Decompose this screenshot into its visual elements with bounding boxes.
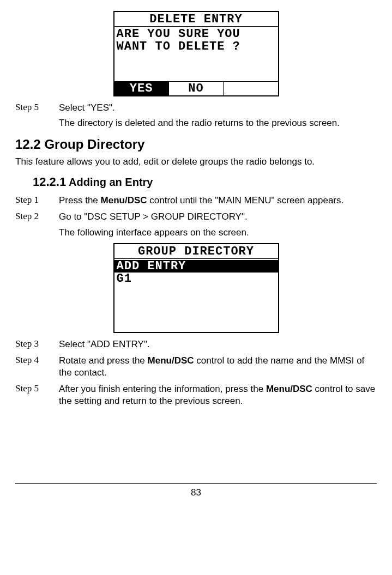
lcd-softkeys: YES NO xyxy=(114,81,278,95)
lcd-line: ARE YOU SURE YOU xyxy=(117,28,276,40)
step-text: Go to "DSC SETUP > GROUP DIRECTORY". The… xyxy=(59,211,249,238)
step-row: Step 5 Select "YES". The directory is de… xyxy=(15,102,377,129)
subsection-heading: 12.2.1 Adding an Entry xyxy=(33,175,377,189)
step-label: Step 4 xyxy=(15,355,59,379)
step-text-line: Go to "DSC SETUP > GROUP DIRECTORY". xyxy=(59,211,249,223)
step-text-line: The directory is deleted and the radio r… xyxy=(59,117,340,129)
step-text: After you finish entering the informatio… xyxy=(59,383,377,407)
softkey-no: NO xyxy=(169,82,224,95)
text-fragment: After you finish entering the informatio… xyxy=(59,384,266,394)
bold-term: Menu/DSC xyxy=(148,355,194,366)
lcd-line: G1 xyxy=(117,273,276,285)
step-text: Rotate and press the Menu/DSC control to… xyxy=(59,355,377,379)
step-row: Step 4 Rotate and press the Menu/DSC con… xyxy=(15,355,377,379)
section-description: This feature allows you to add, edit or … xyxy=(15,156,377,167)
text-fragment: Press the xyxy=(59,195,101,205)
step-row: Step 1 Press the Menu/DSC control until … xyxy=(15,195,377,207)
step-label: Step 5 xyxy=(15,102,59,129)
lcd-title: DELETE ENTRY xyxy=(114,12,278,27)
lcd-screen: GROUP DIRECTORY ADD ENTRY G1 xyxy=(113,243,279,333)
page-footer: 83 xyxy=(15,483,377,498)
lcd-body: ARE YOU SURE YOU WANT TO DELETE ? xyxy=(114,27,278,81)
lcd-body: ADD ENTRY G1 xyxy=(114,259,278,332)
step-label: Step 5 xyxy=(15,383,59,407)
step-row: Step 5 After you finish entering the inf… xyxy=(15,383,377,407)
page-number: 83 xyxy=(191,487,201,498)
step-text: Select "YES". The directory is deleted a… xyxy=(59,102,340,129)
subsection-number: 12.2.1 xyxy=(33,175,66,189)
lcd-line-selected: ADD ENTRY xyxy=(114,260,278,273)
softkey-blank xyxy=(224,82,278,95)
step-text: Press the Menu/DSC control until the "MA… xyxy=(59,195,343,207)
text-fragment: Rotate and press the xyxy=(59,355,148,366)
step-text-line: Select "YES". xyxy=(59,102,340,114)
lcd-screen: DELETE ENTRY ARE YOU SURE YOU WANT TO DE… xyxy=(113,11,279,96)
step-label: Step 1 xyxy=(15,195,59,207)
softkey-yes: YES xyxy=(114,82,169,95)
step-label: Step 3 xyxy=(15,338,59,350)
lcd-figure-delete-entry: DELETE ENTRY ARE YOU SURE YOU WANT TO DE… xyxy=(15,11,377,96)
lcd-line: WANT TO DELETE ? xyxy=(117,40,276,53)
bold-term: Menu/DSC xyxy=(101,195,147,205)
section-heading: 12.2 Group Directory xyxy=(15,137,377,152)
step-row: Step 3 Select "ADD ENTRY". xyxy=(15,338,377,350)
step-row: Step 2 Go to "DSC SETUP > GROUP DIRECTOR… xyxy=(15,211,377,238)
lcd-title: GROUP DIRECTORY xyxy=(114,244,278,259)
step-text: Select "ADD ENTRY". xyxy=(59,338,150,350)
text-fragment: control until the "MAIN MENU" screen app… xyxy=(147,195,344,205)
step-text-line: The following interface appears on the s… xyxy=(59,227,249,239)
lcd-figure-group-directory: GROUP DIRECTORY ADD ENTRY G1 xyxy=(15,243,377,333)
subsection-title: Adding an Entry xyxy=(69,176,153,188)
step-label: Step 2 xyxy=(15,211,59,238)
bold-term: Menu/DSC xyxy=(266,384,312,394)
